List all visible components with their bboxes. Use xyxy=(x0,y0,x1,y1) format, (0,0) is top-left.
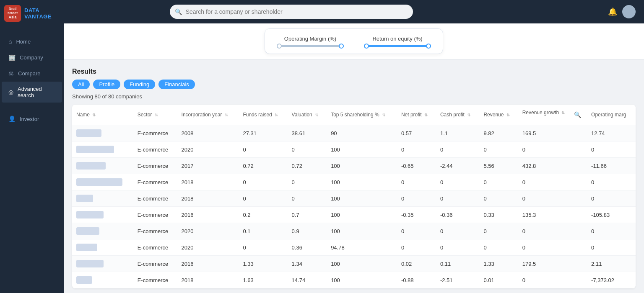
results-title: Results xyxy=(72,68,636,75)
home-icon: ⌂ xyxy=(8,38,12,45)
cell-name xyxy=(72,272,133,288)
cell-funds: 1.63 xyxy=(239,272,287,288)
operating-margin-slider[interactable] xyxy=(277,45,344,47)
company-icon: 🏢 xyxy=(8,54,16,61)
cell-year: 2018 xyxy=(177,190,239,207)
cell-year: 2016 xyxy=(177,256,239,272)
bell-icon[interactable]: 🔔 xyxy=(608,7,617,16)
cell-top5: 100 xyxy=(327,158,397,174)
tab-all[interactable]: All xyxy=(72,80,90,89)
cell-year: 2016 xyxy=(177,207,239,223)
table-container: Name ⇅ Sector ⇅ Incorporation year ⇅ Fun… xyxy=(72,105,636,288)
table-row[interactable]: E-commerce20170.720.72100-0.65-2.445.564… xyxy=(72,158,636,174)
table-row[interactable]: E-commerce20200010000000 xyxy=(72,141,636,158)
table-row[interactable]: E-commerce202000.3694.7800000 xyxy=(72,239,636,256)
sidebar-nav: ⌂ Home 🏢 Company ⚖ Compare ◎ Advanced se… xyxy=(0,27,64,133)
cell-year: 2018 xyxy=(177,174,239,190)
table-row[interactable]: E-commerce200827.3138.61900.571.19.82169… xyxy=(72,125,636,141)
col-funds[interactable]: Funds raised ⇅ xyxy=(239,105,287,125)
cell-op-margin: 0 xyxy=(587,190,636,207)
company-logo xyxy=(76,162,106,170)
cell-valuation: 38.61 xyxy=(288,125,327,141)
cell-net-profit: 0 xyxy=(397,190,436,207)
table-search-icon[interactable]: 🔍 xyxy=(572,110,583,120)
sidebar-item-home[interactable]: ⌂ Home xyxy=(2,34,62,49)
cell-cash-profit: 1.1 xyxy=(436,125,479,141)
cell-net-profit: 0 xyxy=(397,239,436,256)
company-logo xyxy=(76,178,122,186)
cell-op-margin: -7,373.02 xyxy=(587,272,636,288)
table-row[interactable]: E-commerce20180010000000 xyxy=(72,190,636,207)
cell-rev-growth: 0 xyxy=(518,174,587,190)
cell-revenue: 5.56 xyxy=(479,158,518,174)
col-year[interactable]: Incorporation year ⇅ xyxy=(177,105,239,125)
cell-year: 2017 xyxy=(177,158,239,174)
col-valuation[interactable]: Valuation ⇅ xyxy=(288,105,327,125)
cell-funds: 0.2 xyxy=(239,207,287,223)
cell-cash-profit: -2.51 xyxy=(436,272,479,288)
table-row[interactable]: E-commerce20160.20.7100-0.35-0.360.33135… xyxy=(72,207,636,223)
cell-year: 2018 xyxy=(177,272,239,288)
cell-cash-profit: -0.36 xyxy=(436,207,479,223)
sidebar: DealstreetAsia DATA VANTAGE ⌂ Home 🏢 Com… xyxy=(0,0,64,293)
table-row[interactable]: E-commerce20180010000000 xyxy=(72,174,636,190)
cell-sector: E-commerce xyxy=(133,256,177,272)
sidebar-item-compare[interactable]: ⚖ Compare xyxy=(2,66,62,81)
col-name[interactable]: Name ⇅ xyxy=(72,105,133,125)
sidebar-item-advanced-search[interactable]: ◎ Advanced search xyxy=(2,82,62,103)
col-op-margin[interactable]: Operating marg xyxy=(587,105,636,125)
tab-funding[interactable]: Funding xyxy=(124,80,155,89)
cell-year: 2020 xyxy=(177,141,239,158)
company-logo xyxy=(76,146,114,153)
col-top5[interactable]: Top 5 shareholding % ⇅ xyxy=(327,105,397,125)
cell-sector: E-commerce xyxy=(133,223,177,239)
sidebar-item-company[interactable]: 🏢 Company xyxy=(2,50,62,65)
col-cash-profit[interactable]: Cash profit ⇅ xyxy=(436,105,479,125)
cell-name xyxy=(72,207,133,223)
cell-rev-growth: 0 xyxy=(518,239,587,256)
cell-valuation: 0 xyxy=(288,174,327,190)
cell-net-profit: 0 xyxy=(397,174,436,190)
cell-top5: 100 xyxy=(327,174,397,190)
cell-revenue: 1.33 xyxy=(479,256,518,272)
sidebar-item-investor[interactable]: 👤 Investor xyxy=(2,111,62,126)
cell-op-margin: 12.74 xyxy=(587,125,636,141)
tab-profile[interactable]: Profile xyxy=(93,80,120,89)
cell-name xyxy=(72,190,133,207)
col-revenue[interactable]: Revenue ⇅ xyxy=(479,105,518,125)
table-row[interactable]: E-commerce20200.10.910000000 xyxy=(72,223,636,239)
col-rev-growth[interactable]: Revenue growth ⇅ 🔍 xyxy=(518,105,587,125)
sidebar-item-compare-label: Compare xyxy=(18,70,40,77)
cell-name xyxy=(72,158,133,174)
cell-name xyxy=(72,174,133,190)
cell-cash-profit: 0 xyxy=(436,174,479,190)
cell-year: 2020 xyxy=(177,223,239,239)
cell-name xyxy=(72,141,133,158)
cell-op-margin: -105.83 xyxy=(587,207,636,223)
tab-financials[interactable]: Financials xyxy=(158,80,195,89)
cell-top5: 100 xyxy=(327,190,397,207)
col-net-profit[interactable]: Net profit ⇅ xyxy=(397,105,436,125)
return-on-equity-slider[interactable] xyxy=(364,45,431,47)
avatar[interactable] xyxy=(622,5,636,18)
cell-valuation: 14.74 xyxy=(288,272,327,288)
table-row[interactable]: E-commerce20161.331.341000.020.111.33179… xyxy=(72,256,636,272)
cell-top5: 100 xyxy=(327,207,397,223)
return-on-equity-label: Return on equity (%) xyxy=(372,36,422,42)
cell-funds: 0 xyxy=(239,239,287,256)
search-bar: 🔍 xyxy=(170,5,413,19)
operating-margin-fill xyxy=(277,45,344,47)
company-logo xyxy=(76,244,97,251)
search-input[interactable] xyxy=(170,5,413,19)
cell-valuation: 0 xyxy=(288,190,327,207)
cell-cash-profit: 0 xyxy=(436,239,479,256)
company-logo xyxy=(76,260,104,267)
cell-net-profit: 0 xyxy=(397,223,436,239)
cell-revenue: 0 xyxy=(479,190,518,207)
results-area: Results All Profile Funding Financials S… xyxy=(64,59,644,293)
cell-rev-growth: 0 xyxy=(518,141,587,158)
cell-revenue: 0 xyxy=(479,223,518,239)
cell-net-profit: 0 xyxy=(397,141,436,158)
col-sector[interactable]: Sector ⇅ xyxy=(133,105,177,125)
table-row[interactable]: E-commerce20181.6314.74100-0.88-2.510.01… xyxy=(72,272,636,288)
